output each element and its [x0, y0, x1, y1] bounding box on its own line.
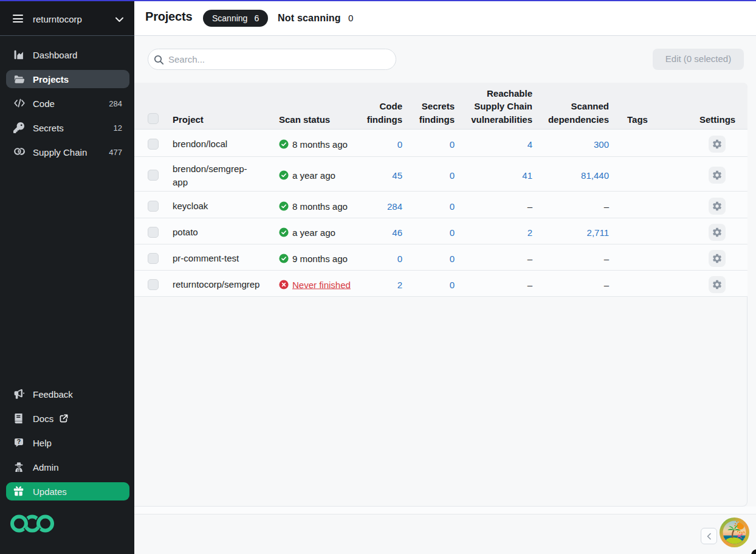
svg-text:?: ? [17, 438, 21, 445]
